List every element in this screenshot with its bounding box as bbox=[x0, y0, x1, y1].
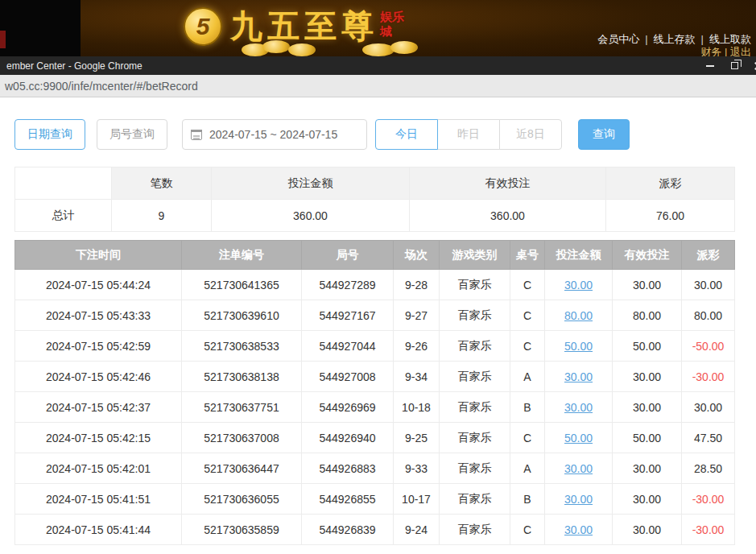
summary-header-count: 笔数 bbox=[112, 167, 212, 200]
cell-valid-bet: 50.00 bbox=[613, 423, 682, 453]
cell-bet-amount: 30.00 bbox=[545, 392, 613, 423]
cell-bet-time: 2024-07-15 05:41:51 bbox=[15, 484, 182, 515]
bet-amount-link[interactable]: 30.00 bbox=[564, 462, 593, 475]
bet-table-header-cell: 下注时间 bbox=[15, 241, 182, 270]
quick-today-button[interactable]: 今日 bbox=[375, 119, 438, 150]
date-range-input[interactable]: 2024-07-15 ~ 2024-07-15 bbox=[182, 119, 367, 150]
close-button[interactable] bbox=[746, 56, 756, 75]
cell-bet-id: 521730638533 bbox=[182, 331, 302, 362]
cell-bet-id: 521730635859 bbox=[182, 515, 302, 545]
bet-table: 下注时间注单编号局号场次游戏类别桌号投注金额有效投注派彩 2024-07-15 … bbox=[14, 240, 735, 545]
cell-game-type: 百家乐 bbox=[440, 453, 510, 484]
cell-bet-id: 521730638138 bbox=[182, 362, 302, 392]
cell-session: 9-27 bbox=[394, 300, 440, 331]
bet-amount-link[interactable]: 30.00 bbox=[564, 493, 593, 506]
quick-8days-button[interactable]: 近8日 bbox=[499, 119, 562, 150]
filter-toolbar: 日期查询 局号查询 2024-07-15 ~ 2024-07-15 今日 昨日 … bbox=[14, 119, 756, 150]
cell-bet-id: 521730636447 bbox=[182, 453, 302, 484]
cell-table-no: B bbox=[510, 392, 545, 423]
cell-round-id: 544927167 bbox=[302, 300, 394, 331]
nav-separator bbox=[701, 33, 704, 45]
summary-total-label: 总计 bbox=[15, 200, 112, 232]
nav-member-center[interactable]: 会员中心 bbox=[597, 33, 639, 45]
cell-bet-amount: 30.00 bbox=[545, 484, 613, 515]
cell-bet-id: 521730637751 bbox=[182, 392, 302, 423]
cell-bet-amount: 30.00 bbox=[545, 270, 613, 300]
search-button[interactable]: 查询 bbox=[578, 119, 630, 150]
cell-game-type: 百家乐 bbox=[440, 484, 510, 515]
cell-valid-bet: 30.00 bbox=[613, 392, 682, 423]
nav-separator bbox=[645, 33, 647, 45]
window-controls bbox=[698, 56, 756, 75]
cell-bet-time: 2024-07-15 05:44:24 bbox=[15, 270, 182, 300]
cell-valid-bet: 30.00 bbox=[613, 484, 682, 515]
date-range-value: 2024-07-15 ~ 2024-07-15 bbox=[209, 128, 337, 141]
cell-payout: -30.00 bbox=[682, 484, 735, 515]
bet-table-header-cell: 派彩 bbox=[682, 241, 735, 270]
cell-game-type: 百家乐 bbox=[440, 331, 510, 362]
cell-round-id: 544926839 bbox=[302, 515, 394, 545]
table-row: 2024-07-15 05:44:24 521730641365 5449272… bbox=[15, 270, 735, 300]
quick-yesterday-button[interactable]: 昨日 bbox=[437, 119, 500, 150]
cell-round-id: 544926855 bbox=[302, 484, 394, 515]
restore-icon bbox=[731, 62, 738, 69]
cell-payout: -30.00 bbox=[682, 362, 735, 392]
nav-deposit[interactable]: 线上存款 bbox=[654, 33, 696, 45]
bet-amount-link[interactable]: 80.00 bbox=[564, 309, 593, 322]
cell-bet-id: 521730636055 bbox=[182, 484, 302, 515]
cell-payout: -30.00 bbox=[682, 515, 735, 545]
cell-game-type: 百家乐 bbox=[440, 362, 510, 392]
bet-table-header-row: 下注时间注单编号局号场次游戏类别桌号投注金额有效投注派彩 bbox=[15, 241, 735, 270]
cell-payout: 47.50 bbox=[682, 423, 735, 453]
cell-bet-amount: 30.00 bbox=[545, 362, 613, 392]
cell-valid-bet: 50.00 bbox=[613, 331, 682, 362]
cell-game-type: 百家乐 bbox=[440, 515, 510, 545]
cell-game-type: 百家乐 bbox=[440, 392, 510, 423]
date-query-button[interactable]: 日期查询 bbox=[14, 119, 85, 150]
quick-range-group: 今日 昨日 近8日 bbox=[375, 119, 562, 150]
cell-table-no: A bbox=[510, 362, 545, 392]
coin-number: 5 bbox=[196, 13, 210, 40]
cell-bet-id: 521730637008 bbox=[182, 423, 302, 453]
bet-amount-link[interactable]: 30.00 bbox=[564, 523, 593, 536]
cell-bet-id: 521730641365 bbox=[182, 270, 302, 300]
restore-button[interactable] bbox=[722, 56, 746, 75]
url-text[interactable]: w05.cc:9900/infe/mcenter/#/betRecord bbox=[5, 80, 198, 93]
nav-withdraw[interactable]: 线上取款 bbox=[709, 33, 751, 45]
summary-total-count: 9 bbox=[112, 200, 212, 232]
bet-amount-link[interactable]: 30.00 bbox=[564, 279, 593, 291]
summary-total-bet-amount: 360.00 bbox=[212, 200, 410, 232]
cell-payout: 30.00 bbox=[682, 270, 735, 300]
bet-amount-link[interactable]: 30.00 bbox=[564, 370, 593, 383]
bet-table-body: 2024-07-15 05:44:24 521730641365 5449272… bbox=[15, 270, 735, 545]
cell-bet-time: 2024-07-15 05:42:46 bbox=[15, 362, 182, 392]
chrome-titlebar[interactable]: ember Center - Google Chrome bbox=[0, 56, 756, 75]
cell-valid-bet: 30.00 bbox=[613, 270, 682, 300]
round-query-button[interactable]: 局号查询 bbox=[97, 119, 167, 150]
bet-amount-link[interactable]: 50.00 bbox=[564, 432, 593, 444]
cell-session: 9-25 bbox=[394, 423, 440, 453]
bet-amount-link[interactable]: 50.00 bbox=[564, 340, 593, 353]
bet-record-page: 日期查询 局号查询 2024-07-15 ~ 2024-07-15 今日 昨日 … bbox=[0, 97, 756, 545]
screen: 5 九五至尊 娱乐城 会员中心线上存款线上取款 财务 | 退出 ember Ce… bbox=[0, 0, 756, 554]
chrome-addressbar[interactable]: w05.cc:9900/infe/mcenter/#/betRecord bbox=[0, 75, 756, 97]
background-red-accent bbox=[0, 31, 6, 48]
summary-header-bet-amount: 投注金额 bbox=[212, 167, 410, 200]
minimize-button[interactable] bbox=[698, 56, 722, 75]
cell-payout: 30.00 bbox=[682, 392, 735, 423]
cell-valid-bet: 30.00 bbox=[613, 453, 682, 484]
site-logo: 5 九五至尊 娱乐城 bbox=[184, 5, 409, 47]
cell-table-no: C bbox=[510, 331, 545, 362]
summary-header-payout: 派彩 bbox=[606, 167, 735, 200]
cell-bet-time: 2024-07-15 05:42:59 bbox=[15, 331, 182, 362]
cell-bet-amount: 50.00 bbox=[545, 423, 613, 453]
coin-logo-icon: 5 bbox=[184, 7, 222, 46]
cell-round-id: 544926883 bbox=[302, 453, 394, 484]
bet-amount-link[interactable]: 30.00 bbox=[564, 401, 593, 414]
summary-table: 笔数 投注金额 有效投注 派彩 总计 9 360.00 360.00 76.00 bbox=[14, 167, 735, 232]
cell-round-id: 544926940 bbox=[302, 423, 394, 453]
bet-table-header-cell: 桌号 bbox=[510, 241, 545, 270]
site-subtitle: 娱乐城 bbox=[380, 10, 409, 39]
cell-table-no: C bbox=[510, 515, 545, 545]
summary-header-valid-bet: 有效投注 bbox=[410, 167, 606, 200]
